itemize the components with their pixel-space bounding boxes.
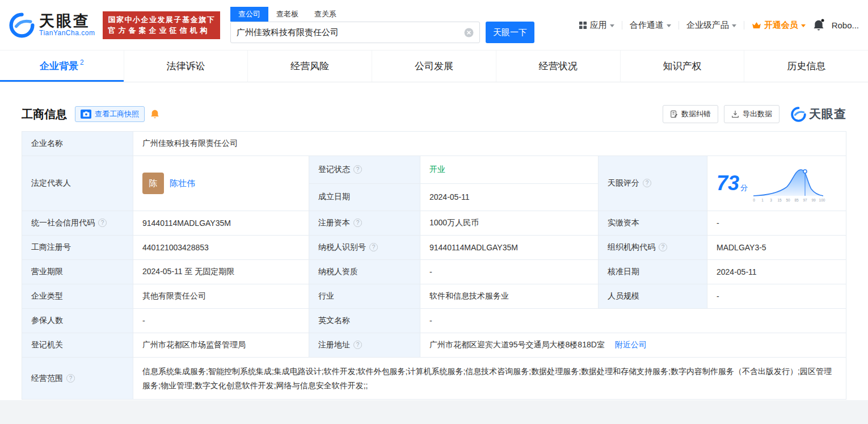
tab-label: 经营风险	[290, 60, 329, 73]
tab-operating-status[interactable]: 经营状况	[496, 51, 621, 82]
tab-label: 历史信息	[787, 60, 825, 73]
badge-line-2: 官方备案企业征信机构	[108, 25, 215, 36]
clear-search-icon[interactable]	[464, 28, 474, 37]
value-insured-count: -	[133, 309, 309, 333]
tab-history-info[interactable]: 历史信息	[744, 51, 868, 82]
value-established-date: 2024-05-11	[420, 183, 599, 211]
legal-rep-avatar[interactable]: 陈	[142, 173, 164, 194]
business-info-toolbar: 工商信息 查看工商快照 数据纠错	[22, 82, 846, 123]
tab-label: 法律诉讼	[167, 60, 205, 73]
download-icon	[731, 110, 739, 118]
export-data-button[interactable]: 导出数据	[724, 105, 779, 123]
tianyancha-logo-icon	[9, 12, 35, 38]
value-reg-capital: 1000万人民币	[420, 211, 599, 236]
top-header: 天眼查 TianYanCha.com 国家中小企业发展子基金旗下 官方备案企业征…	[0, 0, 868, 51]
svg-text:97: 97	[803, 198, 807, 202]
status-badge: 开业	[429, 165, 445, 174]
nearby-companies-link[interactable]: 附近公司	[615, 340, 647, 349]
table-row: 企业类型 其他有限责任公司 行业 软件和信息技术服务业 人员规模 -	[22, 284, 846, 309]
nav-vip-label: 开通会员	[764, 20, 798, 31]
tab-legal-lawsuits[interactable]: 法律诉讼	[124, 51, 248, 82]
score-value: 73分	[717, 171, 748, 195]
label-taxpayer-quality: 纳税人资质	[309, 260, 420, 284]
label-industry: 行业	[309, 284, 420, 309]
value-english-name: -	[420, 309, 846, 333]
svg-text:50: 50	[786, 198, 790, 202]
chevron-down-icon	[610, 24, 614, 27]
tianyancha-logo[interactable]: 天眼查 TianYanCha.com	[9, 12, 95, 38]
notification-bell[interactable]	[813, 19, 824, 31]
notification-dot	[821, 19, 824, 22]
nav-vip-membership[interactable]: 开通会员	[752, 20, 806, 31]
search-area: 查公司 查老板 查关系 天眼一下	[230, 7, 534, 43]
label-company-type: 企业类型	[22, 284, 133, 309]
search-box	[230, 22, 480, 43]
snapshot-button[interactable]: 查看工商快照	[75, 106, 145, 122]
tab-label: 公司发展	[415, 60, 453, 73]
svg-text:1: 1	[761, 198, 764, 202]
label-reg-number: 工商注册号	[22, 236, 133, 260]
data-correction-button[interactable]: 数据纠错	[663, 105, 718, 123]
search-tab-relation[interactable]: 查关系	[306, 7, 344, 22]
table-row: 经营范围? 信息系统集成服务;智能控制系统集成;集成电路设计;软件开发;软件外包…	[22, 358, 846, 400]
svg-text:100: 100	[819, 198, 825, 202]
help-icon[interactable]: ?	[369, 243, 378, 251]
label-paid-capital: 实缴资本	[599, 211, 707, 236]
value-reg-status: 开业	[420, 156, 599, 184]
toolbar-right: 数据纠错 导出数据 天眼查	[663, 105, 846, 123]
svg-text:3: 3	[770, 198, 772, 202]
vip-crown-icon	[752, 22, 761, 29]
label-established-date: 成立日期	[309, 183, 420, 211]
score-distribution-chart: 0 1 3 15 50 85 97 99 100	[751, 163, 826, 204]
nav-cooperation-label: 合作通道	[630, 20, 664, 31]
logo-domain-text: TianYanCha.com	[39, 29, 95, 37]
label-legal-rep: 法定代表人	[22, 156, 133, 211]
value-industry: 软件和信息技术服务业	[420, 284, 599, 309]
search-tab-boss[interactable]: 查老板	[268, 7, 306, 22]
label-score: 天眼评分?	[599, 156, 707, 211]
table-row: 企业名称 广州佳致科技有限责任公司	[22, 132, 846, 156]
tab-label: 企业背景	[40, 60, 78, 73]
legal-rep-link[interactable]: 陈壮伟	[170, 178, 195, 189]
svg-text:15: 15	[777, 198, 782, 202]
logo-text: 天眼查 TianYanCha.com	[39, 13, 95, 37]
monitor-bell-icon[interactable]	[150, 109, 159, 119]
tab-intellectual-property[interactable]: 知识产权	[621, 51, 745, 82]
search-button[interactable]: 天眼一下	[486, 22, 534, 43]
nav-cooperation[interactable]: 合作通道	[630, 20, 671, 31]
help-icon[interactable]: ?	[98, 219, 107, 227]
label-reg-status: 登记状态?	[309, 156, 420, 184]
label-business-scope: 经营范围?	[22, 358, 133, 400]
user-menu[interactable]: Robo...	[832, 20, 859, 30]
help-icon[interactable]: ?	[353, 341, 362, 349]
tab-label: 知识产权	[663, 60, 701, 73]
value-paid-capital: -	[707, 211, 846, 236]
tab-company-background[interactable]: 企业背景 2	[0, 51, 124, 82]
help-icon[interactable]: ?	[659, 243, 667, 251]
search-input[interactable]	[237, 28, 464, 37]
divider	[744, 21, 744, 30]
value-taxpayer-id: 91440114MADLGAY35M	[420, 236, 599, 260]
search-tab-company[interactable]: 查公司	[230, 7, 268, 22]
svg-text:85: 85	[794, 198, 799, 202]
label-credit-code: 统一社会信用代码?	[22, 211, 133, 236]
help-icon[interactable]: ?	[353, 165, 362, 174]
label-reg-address: 注册地址?	[309, 333, 420, 358]
main-content: 工商信息 查看工商快照 数据纠错	[0, 82, 868, 400]
tab-company-development[interactable]: 公司发展	[372, 51, 496, 82]
company-section-tabs: 企业背景 2 法律诉讼 经营风险 公司发展 经营状况 知识产权 历史信息	[0, 51, 868, 82]
logo-brand-text: 天眼查	[39, 13, 95, 29]
label-company-name: 企业名称	[22, 132, 133, 156]
edit-doc-icon	[670, 110, 678, 118]
help-icon[interactable]: ?	[66, 374, 75, 383]
value-reg-address: 广州市花都区迎宾大道95号交通局大楼8楼818D室 附近公司	[420, 333, 846, 358]
help-icon[interactable]: ?	[353, 219, 362, 227]
tab-operating-risk[interactable]: 经营风险	[248, 51, 372, 82]
chevron-down-icon	[801, 24, 806, 27]
help-icon[interactable]: ?	[643, 179, 651, 187]
data-correction-label: 数据纠错	[681, 109, 711, 119]
divider	[622, 21, 622, 30]
nav-enterprise-products[interactable]: 企业级产品	[686, 20, 736, 31]
nav-apps[interactable]: 应用	[579, 20, 614, 31]
label-reg-capital: 注册资本?	[309, 211, 420, 236]
